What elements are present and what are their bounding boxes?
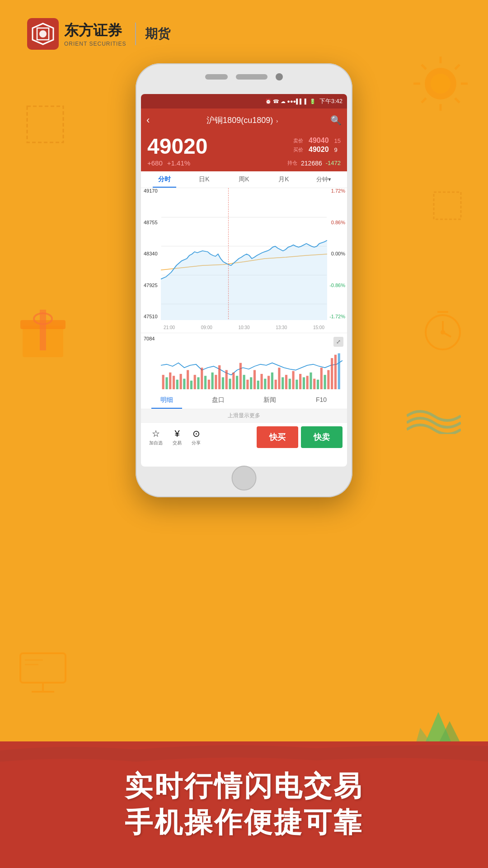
quick-buy-button[interactable]: 快买 [257, 426, 298, 448]
svg-rect-80 [324, 375, 326, 389]
y-pct-mid: 0.00% [329, 251, 345, 256]
y-pct-top: 1.72% [329, 188, 345, 193]
svg-rect-71 [292, 371, 294, 389]
gift-decoration [18, 307, 68, 362]
svg-rect-52 [225, 370, 228, 389]
svg-rect-23 [27, 106, 63, 142]
quick-sell-button[interactable]: 快卖 [301, 426, 343, 448]
deco-square-2 [432, 190, 463, 222]
back-button[interactable]: ‹ [146, 114, 150, 126]
svg-rect-46 [204, 376, 206, 389]
logo-divider [135, 23, 136, 45]
svg-rect-39 [179, 374, 182, 389]
bottom-text: 实时行情闪电交易 手机操作便捷可靠 [0, 768, 488, 841]
svg-marker-32 [161, 241, 327, 320]
svg-rect-43 [194, 375, 196, 389]
tab-news[interactable]: 新闻 [244, 392, 296, 409]
bottom-banner: 实时行情闪电交易 手机操作便捷可靠 [0, 741, 488, 868]
watchlist-icon: ☆ [152, 428, 160, 439]
svg-rect-59 [250, 377, 252, 390]
watchlist-button[interactable]: ☆ 加自选 [145, 426, 166, 448]
svg-rect-15 [20, 653, 66, 683]
hold-change: -1472 [326, 160, 341, 166]
phone-shell: ⏰ ☎ ☁ ●●●▌▌ ▌ 🔋 下午3:42 ‹ 沪铜1809(cu1809) … [136, 63, 352, 497]
tab-weekk[interactable]: 周K [224, 171, 264, 188]
svg-point-28 [441, 330, 445, 335]
x-label-1: 21:00 [164, 325, 175, 330]
svg-rect-83 [334, 355, 337, 389]
svg-rect-45 [201, 368, 203, 389]
hold-value: 212686 [301, 160, 322, 167]
svg-rect-36 [169, 373, 171, 389]
svg-rect-58 [246, 380, 249, 389]
svg-rect-37 [173, 376, 175, 389]
y-label-mid-lower: 47925 [144, 283, 158, 288]
phone-mockup: ⏰ ☎ ☁ ●●●▌▌ ▌ 🔋 下午3:42 ‹ 沪铜1809(cu1809) … [136, 63, 352, 497]
phone-earpiece [205, 74, 228, 80]
y-label-top: 49170 [144, 188, 158, 193]
svg-line-5 [422, 65, 426, 69]
phone-home-button[interactable] [232, 466, 257, 491]
deco-square-1 [25, 104, 66, 145]
logo-subtitle: 期货 [145, 25, 170, 42]
footer-line2: 手机操作便捷可靠 [0, 804, 488, 841]
status-time: 下午3:42 [319, 97, 343, 105]
tab-minute[interactable]: 分钟▾ [304, 171, 343, 188]
svg-rect-64 [267, 376, 270, 389]
chart-y-labels: 49170 48755 48340 47925 47510 [144, 188, 158, 319]
hold-row: 持仓 212686 -1472 [287, 160, 341, 167]
bid-label: 买价 [293, 146, 303, 153]
share-button[interactable]: ⊙ 分享 [188, 426, 204, 448]
trade-label: 交易 [173, 440, 182, 446]
nav-title-text: 沪铜1809(cu1809) [206, 116, 273, 125]
tab-market[interactable]: 盘口 [192, 392, 244, 409]
svg-rect-65 [271, 373, 273, 389]
svg-rect-69 [285, 375, 287, 389]
svg-point-31 [39, 30, 47, 38]
y-pct-mid-lower: -0.86% [329, 283, 345, 288]
price-section: 49020 卖价 49040 15 买价 49020 9 [141, 132, 347, 171]
phone-screen: ⏰ ☎ ☁ ●●●▌▌ ▌ 🔋 下午3:42 ‹ 沪铜1809(cu1809) … [141, 94, 347, 467]
bid-count: 9 [334, 146, 338, 153]
volume-y-label: 7084 [144, 336, 155, 341]
svg-rect-60 [253, 370, 256, 389]
svg-rect-34 [162, 375, 164, 389]
price-line-chart [161, 188, 327, 320]
tab-f10[interactable]: F10 [296, 392, 347, 409]
svg-rect-53 [229, 379, 231, 389]
ask-label: 卖价 [293, 137, 303, 144]
phone-speaker [236, 74, 267, 80]
price-bottom-row: +680 +1.41% 持仓 212686 -1472 [147, 159, 341, 167]
clock-decoration [420, 307, 465, 353]
tab-fenshi[interactable]: 分时 [145, 171, 184, 188]
svg-rect-67 [278, 368, 280, 389]
svg-rect-61 [257, 381, 259, 389]
wave-decoration [407, 407, 461, 434]
hold-label: 持仓 [287, 160, 297, 166]
nav-title: 沪铜1809(cu1809) › [154, 115, 330, 126]
tab-rik[interactable]: 日K [184, 171, 224, 188]
tab-detail[interactable]: 明细 [141, 392, 192, 409]
svg-line-6 [455, 98, 460, 103]
svg-rect-12 [40, 310, 46, 350]
svg-rect-75 [306, 376, 309, 389]
phone-camera [276, 73, 283, 80]
tab-monthk[interactable]: 月K [264, 171, 304, 188]
nav-bar[interactable]: ‹ 沪铜1809(cu1809) › 🔍 [141, 108, 347, 132]
chart-area: 49170 48755 48340 47925 47510 1.72% 0.86… [141, 188, 347, 333]
svg-rect-78 [317, 380, 319, 389]
trade-button[interactable]: ¥ 交易 [169, 427, 185, 448]
svg-rect-76 [310, 373, 312, 389]
watchlist-label: 加自选 [149, 440, 163, 446]
volume-area: 7084 ⤢ [141, 333, 347, 392]
svg-line-8 [422, 98, 426, 103]
svg-rect-70 [289, 379, 291, 389]
svg-rect-72 [296, 380, 298, 389]
search-icon[interactable]: 🔍 [330, 115, 342, 126]
price-main: 49020 [147, 136, 207, 157]
nav-arrow[interactable]: › [276, 118, 278, 124]
status-icons: ⏰ ☎ ☁ ●●●▌▌ ▌ 🔋 [265, 99, 316, 104]
monitor-decoration [18, 651, 68, 696]
svg-rect-42 [190, 381, 192, 389]
logo-box: 东方证券 ORIENT SECURITIES [27, 18, 126, 50]
